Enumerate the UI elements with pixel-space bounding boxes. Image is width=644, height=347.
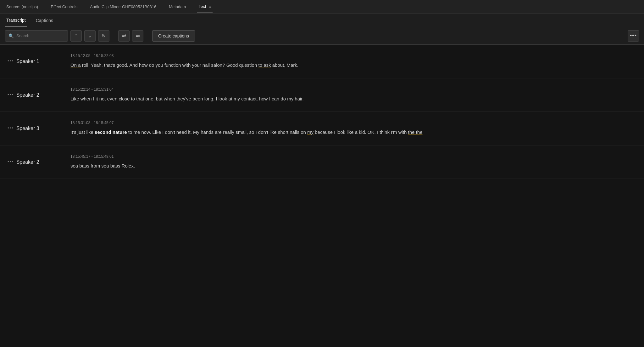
text-segment: to me now. Like I don't need it. My hand…: [127, 129, 308, 135]
speaker-name: Speaker 1: [16, 59, 39, 64]
transcript-entry: •••Speaker 218:15:22:14 - 18:15:31:04Lik…: [0, 78, 644, 112]
tab-source[interactable]: Source: (no clips): [5, 1, 39, 13]
timestamp: 18:15:22:14 - 18:15:31:04: [70, 87, 636, 92]
transcript-content: •••Speaker 118:15:12:05 - 18:15:22:03On …: [0, 45, 644, 347]
speaker-menu-button[interactable]: •••: [8, 92, 14, 97]
text-segment: second nature: [95, 129, 127, 135]
speaker-name: Speaker 2: [16, 92, 39, 98]
navigate-up-button[interactable]: ⌃: [70, 30, 82, 42]
speaker-col: •••Speaker 2: [8, 87, 64, 98]
sub-tab-captions[interactable]: Captions: [35, 15, 54, 26]
transcript-entry: •••Speaker 318:15:31:08 - 18:15:45:07It'…: [0, 112, 644, 145]
text-segment: how: [259, 96, 268, 101]
transcript-text: It's just like second nature to me now. …: [70, 128, 636, 136]
navigate-down-button[interactable]: ⌄: [84, 30, 96, 42]
down-arrow-icon: ⌄: [88, 33, 92, 38]
speaker-menu-button[interactable]: •••: [8, 126, 14, 130]
text-segment: It's just like: [70, 129, 95, 135]
speaker-name: Speaker 2: [16, 159, 39, 165]
text-segment: Like when I: [70, 96, 96, 101]
align-down-button[interactable]: [132, 30, 143, 42]
toolbar: 🔍 ⌃ ⌄ ↻ Create captio: [0, 27, 644, 45]
text-segment: when they've been long, I: [163, 96, 219, 101]
transcript-body: 18:15:31:08 - 18:15:45:07It's just like …: [70, 121, 636, 136]
transcript-text: sea bass from sea bass Rolex.: [70, 162, 636, 170]
timestamp: 18:15:31:08 - 18:15:45:07: [70, 121, 636, 125]
text-segment: the the: [408, 129, 423, 135]
text-segment: roll. Yeah, that's good. And how do you …: [81, 62, 258, 68]
transcript-text: On a roll. Yeah, that's good. And how do…: [70, 61, 636, 69]
sub-tab-transcript[interactable]: Transcript: [5, 14, 27, 26]
text-segment: it: [96, 96, 98, 101]
text-segment: my: [307, 129, 314, 135]
speaker-name: Speaker 3: [16, 126, 39, 131]
tab-effect-controls[interactable]: Effect Controls: [49, 1, 79, 13]
align-up-button[interactable]: [118, 30, 130, 42]
more-icon: •••: [630, 32, 637, 39]
speaker-col: •••Speaker 3: [8, 121, 64, 131]
tab-metadata[interactable]: Metadata: [168, 1, 187, 13]
up-arrow-icon: ⌃: [74, 33, 78, 38]
text-segment: On a: [70, 62, 81, 68]
speaker-menu-button[interactable]: •••: [8, 59, 14, 63]
tab-text[interactable]: Text ≡: [197, 0, 212, 13]
refresh-icon: ↻: [102, 33, 106, 38]
align-down-icon: [135, 33, 140, 39]
transcript-entry: •••Speaker 218:15:45:17 - 18:15:48:01sea…: [0, 145, 644, 179]
search-input[interactable]: [16, 33, 60, 38]
speaker-col: •••Speaker 1: [8, 54, 64, 64]
transcript-body: 18:15:45:17 - 18:15:48:01sea bass from s…: [70, 154, 636, 170]
align-up-icon: [121, 33, 126, 39]
speaker-col: •••Speaker 2: [8, 154, 64, 165]
create-captions-button[interactable]: Create captions: [152, 30, 195, 42]
timestamp: 18:15:12:05 - 18:15:22:03: [70, 54, 636, 58]
text-segment: I can do my hair.: [268, 96, 303, 101]
text-segment: about, Mark.: [271, 62, 298, 68]
search-box: 🔍: [5, 30, 68, 42]
refresh-button[interactable]: ↻: [98, 30, 109, 42]
text-segment: not even close to that one,: [98, 96, 156, 101]
tab-bar: Source: (no clips) Effect Controls Audio…: [0, 0, 644, 14]
more-options-button[interactable]: •••: [628, 30, 639, 42]
tab-audio-clip-mixer[interactable]: Audio Clip Mixer: GHE080521B0316: [89, 1, 158, 13]
speaker-menu-button[interactable]: •••: [8, 159, 14, 164]
text-segment: but: [156, 96, 163, 101]
text-segment: look at: [219, 96, 232, 101]
transcript-entry: •••Speaker 118:15:12:05 - 18:15:22:03On …: [0, 45, 644, 78]
tab-menu-icon[interactable]: ≡: [209, 4, 211, 9]
text-segment: because I look like a kid. OK, I think I…: [314, 129, 408, 135]
text-segment: sea bass from sea bass Rolex.: [70, 163, 135, 168]
transcript-body: 18:15:12:05 - 18:15:22:03On a roll. Yeah…: [70, 54, 636, 69]
text-segment: to ask: [258, 62, 271, 68]
sub-tab-bar: Transcript Captions: [0, 14, 644, 27]
search-icon: 🔍: [8, 33, 14, 38]
text-segment: my contact,: [232, 96, 259, 101]
transcript-body: 18:15:22:14 - 18:15:31:04Like when I it …: [70, 87, 636, 103]
transcript-text: Like when I it not even close to that on…: [70, 95, 636, 103]
timestamp: 18:15:45:17 - 18:15:48:01: [70, 154, 636, 159]
